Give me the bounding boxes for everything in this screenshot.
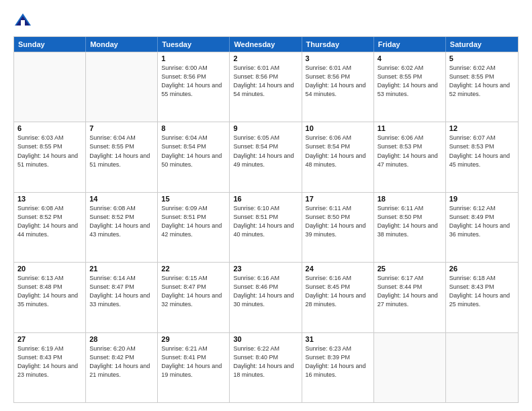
empty-cell [14,52,86,122]
day-number: 20 [17,265,82,273]
calendar-body: 1Sunrise: 6:00 AMSunset: 8:56 PMDaylight… [14,52,518,402]
day-info: Sunrise: 6:02 AMSunset: 8:55 PMDaylight:… [378,64,442,99]
day-number: 27 [17,335,82,343]
day-info: Sunrise: 6:23 AMSunset: 8:39 PMDaylight:… [306,345,370,379]
day-number: 8 [161,124,226,132]
empty-cell [86,52,158,122]
day-number: 2 [233,54,298,62]
week-row-5: 27Sunrise: 6:19 AMSunset: 8:43 PMDayligh… [14,332,518,402]
day-info: Sunrise: 6:06 AMSunset: 8:53 PMDaylight:… [378,134,442,169]
day-cell-21: 21Sunrise: 6:14 AMSunset: 8:47 PMDayligh… [86,263,158,332]
day-info: Sunrise: 6:07 AMSunset: 8:53 PMDaylight:… [449,134,515,169]
day-number: 9 [233,124,298,132]
page: SundayMondayTuesdayWednesdayThursdayFrid… [0,0,532,411]
day-number: 1 [161,54,226,62]
day-info: Sunrise: 6:14 AMSunset: 8:47 PMDaylight:… [89,274,154,309]
day-cell-17: 17Sunrise: 6:11 AMSunset: 8:50 PMDayligh… [302,193,374,262]
week-row-2: 6Sunrise: 6:03 AMSunset: 8:55 PMDaylight… [14,122,518,191]
day-info: Sunrise: 6:01 AMSunset: 8:56 PMDaylight:… [306,64,370,99]
day-info: Sunrise: 6:02 AMSunset: 8:55 PMDaylight:… [449,64,515,99]
day-cell-19: 19Sunrise: 6:12 AMSunset: 8:49 PMDayligh… [446,193,518,262]
day-cell-7: 7Sunrise: 6:04 AMSunset: 8:55 PMDaylight… [86,122,158,191]
week-row-3: 13Sunrise: 6:08 AMSunset: 8:52 PMDayligh… [14,192,518,262]
day-info: Sunrise: 6:01 AMSunset: 8:56 PMDaylight:… [233,64,298,99]
day-number: 21 [89,265,154,273]
day-cell-13: 13Sunrise: 6:08 AMSunset: 8:52 PMDayligh… [14,193,86,262]
day-cell-15: 15Sunrise: 6:09 AMSunset: 8:51 PMDayligh… [158,193,230,262]
day-header-tuesday: Tuesday [158,37,230,52]
day-cell-18: 18Sunrise: 6:11 AMSunset: 8:50 PMDayligh… [374,193,446,262]
day-info: Sunrise: 6:16 AMSunset: 8:45 PMDaylight:… [306,274,370,309]
day-info: Sunrise: 6:19 AMSunset: 8:43 PMDaylight:… [17,345,82,379]
day-info: Sunrise: 6:12 AMSunset: 8:49 PMDaylight:… [449,204,515,239]
day-cell-6: 6Sunrise: 6:03 AMSunset: 8:55 PMDaylight… [14,122,86,191]
day-info: Sunrise: 6:11 AMSunset: 8:50 PMDaylight:… [378,204,442,239]
day-cell-14: 14Sunrise: 6:08 AMSunset: 8:52 PMDayligh… [86,193,158,262]
logo [13,11,35,30]
day-info: Sunrise: 6:06 AMSunset: 8:54 PMDaylight:… [306,134,370,169]
day-info: Sunrise: 6:09 AMSunset: 8:51 PMDaylight:… [161,204,226,239]
calendar: SundayMondayTuesdayWednesdayThursdayFrid… [13,36,519,403]
week-row-1: 1Sunrise: 6:00 AMSunset: 8:56 PMDaylight… [14,52,518,122]
day-cell-8: 8Sunrise: 6:04 AMSunset: 8:54 PMDaylight… [158,122,230,191]
day-cell-2: 2Sunrise: 6:01 AMSunset: 8:56 PMDaylight… [230,52,302,122]
day-info: Sunrise: 6:04 AMSunset: 8:55 PMDaylight:… [89,134,154,169]
day-number: 6 [17,124,82,132]
day-number: 4 [378,54,442,62]
day-cell-26: 26Sunrise: 6:18 AMSunset: 8:43 PMDayligh… [446,263,518,332]
day-info: Sunrise: 6:03 AMSunset: 8:55 PMDaylight:… [17,134,82,169]
day-number: 3 [306,54,370,62]
day-header-wednesday: Wednesday [230,37,302,52]
day-number: 22 [161,265,226,273]
day-number: 18 [378,195,442,203]
day-number: 5 [449,54,515,62]
day-cell-30: 30Sunrise: 6:22 AMSunset: 8:40 PMDayligh… [230,333,302,402]
day-cell-22: 22Sunrise: 6:15 AMSunset: 8:47 PMDayligh… [158,263,230,332]
day-number: 11 [378,124,442,132]
day-cell-5: 5Sunrise: 6:02 AMSunset: 8:55 PMDaylight… [446,52,518,122]
day-cell-4: 4Sunrise: 6:02 AMSunset: 8:55 PMDaylight… [374,52,446,122]
logo-icon [13,11,32,30]
day-cell-20: 20Sunrise: 6:13 AMSunset: 8:48 PMDayligh… [14,263,86,332]
day-number: 24 [306,265,370,273]
day-number: 29 [161,335,226,343]
day-number: 30 [233,335,298,343]
day-number: 25 [378,265,442,273]
day-cell-24: 24Sunrise: 6:16 AMSunset: 8:45 PMDayligh… [302,263,374,332]
day-info: Sunrise: 6:11 AMSunset: 8:50 PMDaylight:… [306,204,370,239]
day-number: 17 [306,195,370,203]
day-cell-10: 10Sunrise: 6:06 AMSunset: 8:54 PMDayligh… [302,122,374,191]
day-info: Sunrise: 6:10 AMSunset: 8:51 PMDaylight:… [233,204,298,239]
day-number: 7 [89,124,154,132]
day-number: 23 [233,265,298,273]
empty-cell [446,333,518,402]
day-info: Sunrise: 6:08 AMSunset: 8:52 PMDaylight:… [17,204,82,239]
empty-cell [374,333,446,402]
day-cell-25: 25Sunrise: 6:17 AMSunset: 8:44 PMDayligh… [374,263,446,332]
day-number: 19 [449,195,515,203]
day-info: Sunrise: 6:15 AMSunset: 8:47 PMDaylight:… [161,274,226,309]
day-number: 28 [89,335,154,343]
day-number: 31 [306,335,370,343]
week-row-4: 20Sunrise: 6:13 AMSunset: 8:48 PMDayligh… [14,262,518,332]
day-header-friday: Friday [374,37,446,52]
day-info: Sunrise: 6:00 AMSunset: 8:56 PMDaylight:… [161,64,226,99]
day-number: 26 [449,265,515,273]
day-cell-3: 3Sunrise: 6:01 AMSunset: 8:56 PMDaylight… [302,52,374,122]
day-number: 15 [161,195,226,203]
day-info: Sunrise: 6:18 AMSunset: 8:43 PMDaylight:… [449,274,515,309]
day-cell-27: 27Sunrise: 6:19 AMSunset: 8:43 PMDayligh… [14,333,86,402]
day-info: Sunrise: 6:04 AMSunset: 8:54 PMDaylight:… [161,134,226,169]
day-number: 12 [449,124,515,132]
day-cell-9: 9Sunrise: 6:05 AMSunset: 8:54 PMDaylight… [230,122,302,191]
day-cell-16: 16Sunrise: 6:10 AMSunset: 8:51 PMDayligh… [230,193,302,262]
day-info: Sunrise: 6:16 AMSunset: 8:46 PMDaylight:… [233,274,298,309]
day-info: Sunrise: 6:21 AMSunset: 8:41 PMDaylight:… [161,345,226,379]
day-cell-11: 11Sunrise: 6:06 AMSunset: 8:53 PMDayligh… [374,122,446,191]
day-cell-1: 1Sunrise: 6:00 AMSunset: 8:56 PMDaylight… [158,52,230,122]
day-number: 14 [89,195,154,203]
day-header-monday: Monday [86,37,158,52]
day-info: Sunrise: 6:22 AMSunset: 8:40 PMDaylight:… [233,345,298,379]
day-info: Sunrise: 6:13 AMSunset: 8:48 PMDaylight:… [17,274,82,309]
day-info: Sunrise: 6:17 AMSunset: 8:44 PMDaylight:… [378,274,442,309]
